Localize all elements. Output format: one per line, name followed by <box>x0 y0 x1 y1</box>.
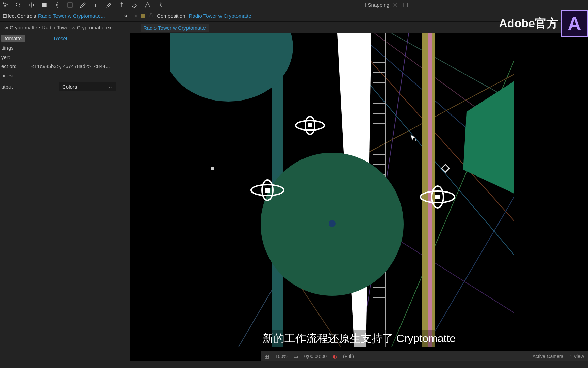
effect-controls-tab[interactable]: Effect Controls Radio Tower w Cryptomatt… <box>0 10 130 22</box>
puppet-tool-icon[interactable] <box>157 1 165 9</box>
prop-layer: yer: <box>0 52 130 62</box>
svg-point-0 <box>16 3 19 6</box>
svg-rect-62 <box>436 195 439 199</box>
resolution[interactable]: (Full) <box>343 354 354 359</box>
svg-rect-7 <box>150 15 152 17</box>
layer-path: r w Cryptomatte • Radio Tower w Cryptoma… <box>0 22 130 33</box>
footer-icon[interactable]: ▦ <box>265 354 269 359</box>
snapping-label: Snapping <box>368 2 389 8</box>
brush-tool-icon[interactable] <box>105 1 113 9</box>
anchor-tool-icon[interactable] <box>53 1 61 9</box>
prop-output: utput Colors ⌄ <box>0 80 130 93</box>
zoom-value[interactable]: 100% <box>275 354 288 359</box>
ae-logo-icon: A <box>561 10 588 37</box>
svg-rect-6 <box>404 3 408 7</box>
viewer-footer: ▦ 100% ▭ 0;00;00;00 ◐ (Full) Active Came… <box>261 351 588 361</box>
cryptomatte-render <box>170 33 514 347</box>
svg-point-53 <box>329 220 336 227</box>
res-indicator-icon[interactable]: ◐ <box>333 354 337 359</box>
snapping-checkbox-icon[interactable] <box>361 3 366 7</box>
snapping-toggle[interactable]: Snapping <box>361 1 410 9</box>
rect-tool-icon[interactable] <box>40 1 48 9</box>
svg-line-10 <box>392 33 514 102</box>
active-comp-tab[interactable]: Radio Tower w Cryptomatte <box>141 24 209 32</box>
subtitle-caption: 新的工作流程还原生支持了 Cryptomatte <box>259 330 460 348</box>
svg-line-15 <box>426 197 514 347</box>
chevron-down-icon: ⌄ <box>108 83 113 90</box>
reset-link[interactable]: Reset <box>54 35 67 41</box>
views-count[interactable]: 1 View <box>570 354 584 359</box>
comp-color-swatch <box>141 14 145 18</box>
composition-viewer[interactable]: + 新的工作流程还原生支持了 Cryptomatte <box>130 33 588 361</box>
shape-tool-icon[interactable] <box>66 1 74 9</box>
composition-panel: × Composition Radio Tower w Cryptomatte … <box>130 10 588 361</box>
panel-title: Effect Controls <box>3 13 36 19</box>
panel-overflow-icon[interactable]: » <box>124 12 127 19</box>
prop-settings: ttings <box>0 43 130 52</box>
composition-name-link[interactable]: Radio Tower w Cryptomatte <box>189 13 251 19</box>
close-icon[interactable]: × <box>134 13 137 19</box>
svg-rect-56 <box>309 124 311 127</box>
text-tool-icon[interactable]: T <box>92 1 100 9</box>
svg-rect-63 <box>211 167 214 170</box>
svg-text:T: T <box>94 2 97 8</box>
composition-label: Composition <box>157 13 185 19</box>
snap-opt2-icon[interactable] <box>402 1 410 9</box>
timecode[interactable]: 0;00;00;00 <box>304 354 327 359</box>
pen-tool-icon[interactable] <box>79 1 87 9</box>
selection-tool-icon[interactable] <box>1 1 10 9</box>
effect-name: tomatte <box>1 35 25 42</box>
svg-point-2 <box>56 4 58 6</box>
panel-title-link: Radio Tower w Cryptomatte... <box>38 13 105 19</box>
snap-opt-icon[interactable] <box>391 1 399 9</box>
prop-manifest: nifest: <box>0 71 130 80</box>
output-dropdown[interactable]: Colors ⌄ <box>59 82 116 91</box>
roto-tool-icon[interactable] <box>144 1 152 9</box>
panel-menu-icon[interactable]: ≡ <box>257 13 260 19</box>
footer-icon2[interactable]: ▭ <box>294 354 298 359</box>
eraser-tool-icon[interactable] <box>131 1 139 9</box>
svg-rect-49 <box>428 33 432 347</box>
effect-controls-panel: Effect Controls Radio Tower w Cryptomatt… <box>0 10 130 361</box>
orbit-tool-icon[interactable] <box>27 1 35 9</box>
svg-rect-59 <box>266 188 269 192</box>
svg-text:+: + <box>414 138 417 142</box>
clone-tool-icon[interactable] <box>118 1 126 9</box>
lock-icon[interactable] <box>149 13 153 19</box>
brand-text: Adobe官方 <box>499 16 558 31</box>
app-toolbar: T Snapping <box>0 0 588 10</box>
cursor-icon: + <box>409 134 418 144</box>
svg-point-5 <box>160 3 161 4</box>
svg-rect-1 <box>42 3 46 7</box>
prop-selection: ection: <11c985b3>, <67478ad2>, <844... <box>0 62 130 71</box>
zoom-tool-icon[interactable] <box>14 1 22 9</box>
svg-rect-3 <box>68 3 72 7</box>
active-camera[interactable]: Active Camera <box>532 354 564 359</box>
brand-watermark: Adobe官方 A <box>499 10 588 37</box>
effect-header[interactable]: tomatte Reset <box>0 33 130 43</box>
